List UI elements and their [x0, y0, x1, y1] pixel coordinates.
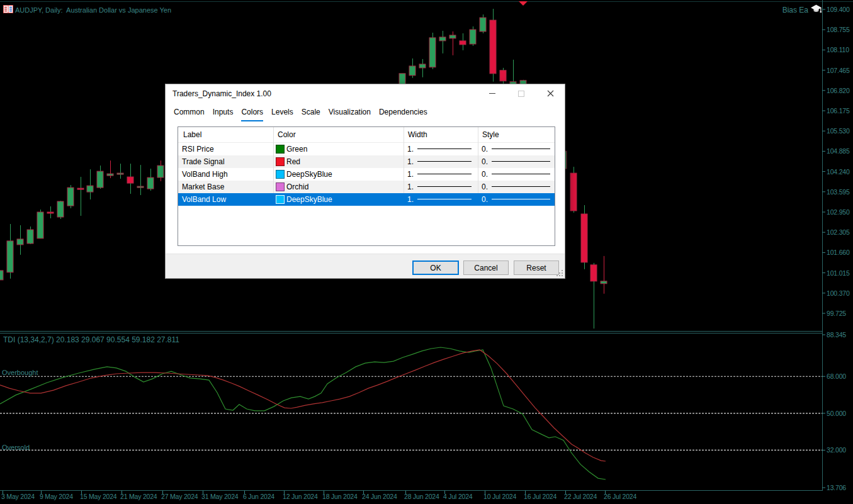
price-axis-label: 106.820 [827, 87, 850, 94]
tab-levels[interactable]: Levels [271, 105, 293, 121]
cancel-button[interactable]: Cancel [463, 260, 509, 275]
window-controls [478, 84, 565, 103]
style-value[interactable]: 0. [482, 170, 488, 179]
date-axis-label: 31 May 2024 [201, 493, 239, 500]
colors-table: LabelColorWidthStyleRSI PriceGreen1.0.Tr… [178, 126, 555, 246]
subwindow-separator[interactable] [0, 331, 822, 332]
column-header-label: Label [183, 130, 201, 139]
close-button[interactable] [536, 84, 565, 103]
overbought-label: Overbought [2, 369, 38, 376]
candle-body [77, 188, 84, 189]
minimize-icon [489, 93, 495, 94]
candle-body [87, 186, 93, 192]
width-line-sample [417, 174, 472, 174]
indicator-axis-label: 50.000 [827, 410, 846, 417]
candle-body [500, 70, 506, 81]
tdi-signal-line [0, 350, 606, 461]
tab-scale[interactable]: Scale [302, 105, 320, 121]
candle-body [97, 171, 103, 188]
ea-name-label: Bias Ea [782, 6, 808, 14]
candle-body [470, 30, 476, 44]
width-value[interactable]: 1. [407, 195, 414, 204]
tab-dependencies[interactable]: Dependencies [379, 105, 427, 121]
date-axis-label: 4 Jul 2024 [443, 493, 472, 500]
subwindow-separator[interactable] [0, 333, 822, 333]
width-value[interactable]: 1. [407, 182, 414, 191]
minimize-button[interactable] [478, 84, 507, 103]
tab-inputs[interactable]: Inputs [213, 105, 234, 121]
color-name: Orchid [286, 182, 308, 191]
width-value[interactable]: 1. [407, 145, 414, 154]
date-axis-label: 15 May 2024 [80, 493, 117, 500]
color-swatch[interactable] [276, 157, 285, 166]
tab-visualization[interactable]: Visualization [329, 105, 371, 121]
color-row-market-base[interactable]: Market BaseOrchid1.0. [178, 181, 555, 193]
price-axis-label: 108.755 [827, 26, 850, 33]
price-axis-label: 107.465 [827, 67, 850, 74]
indicator-axis-label: 88.345 [827, 331, 846, 339]
date-axis-label: 26 Jul 2024 [604, 493, 636, 500]
sell-signal-marker [519, 1, 528, 6]
style-value[interactable]: 0. [482, 145, 488, 154]
candle-body [137, 186, 144, 188]
color-swatch[interactable] [276, 145, 285, 154]
candle-body [47, 212, 54, 213]
row-label: VolBand High [182, 170, 228, 179]
date-axis-label: 6 Jun 2024 [243, 493, 274, 500]
indicator-axis-label: 68.000 [827, 372, 846, 380]
indicator-values-label: TDI (13,34,2,7) 20.183 29.067 90.554 59.… [3, 335, 179, 344]
style-value[interactable]: 0. [482, 195, 488, 204]
mt5-chart-window: 109.400108.755108.110107.465106.820106.1… [0, 0, 853, 504]
price-axis-label: 108.110 [827, 46, 849, 53]
chart-symbol-icon [3, 5, 13, 14]
price-axis-label: 104.240 [827, 168, 850, 176]
candle-body [419, 64, 426, 68]
color-row-trade-signal[interactable]: Trade SignalRed1.0. [178, 155, 555, 168]
candle-body [460, 41, 466, 45]
candle-body [147, 177, 154, 189]
color-name: Red [286, 157, 300, 166]
candle-body [7, 241, 13, 272]
candle-body [57, 201, 64, 217]
candle-body [127, 177, 133, 183]
maximize-button[interactable] [507, 84, 536, 103]
date-axis-label: 12 Jun 2024 [283, 493, 318, 500]
candle-body [67, 188, 74, 206]
style-line-sample [492, 161, 550, 162]
color-swatch[interactable] [276, 195, 285, 204]
resize-grip[interactable] [556, 270, 563, 277]
candle-body [601, 281, 607, 284]
oversold-label: Oversold [2, 444, 30, 451]
indicator-properties-dialog: Traders_Dynamic_Index 1.00 CommonInputsC… [165, 84, 565, 279]
width-value[interactable]: 1. [407, 157, 414, 166]
color-swatch[interactable] [276, 182, 285, 191]
candle-body [117, 173, 123, 174]
style-value[interactable]: 0. [482, 157, 488, 166]
color-name: DeepSkyBlue [286, 195, 332, 204]
width-value[interactable]: 1. [407, 170, 414, 179]
color-row-rsi-price[interactable]: RSI PriceGreen1.0. [178, 143, 555, 155]
ok-button[interactable]: OK [412, 260, 459, 275]
column-header-width: Width [408, 130, 427, 139]
date-axis-label: 9 May 2024 [40, 493, 73, 500]
reset-button[interactable]: Reset [514, 260, 559, 275]
color-name: Green [286, 145, 307, 154]
tab-common[interactable]: Common [174, 105, 205, 121]
price-axis-label: 102.305 [827, 228, 850, 236]
price-axis-line [822, 0, 823, 491]
color-row-volband-high[interactable]: VolBand HighDeepSkyBlue1.0. [178, 168, 555, 181]
candle-body [409, 66, 415, 76]
color-row-volband-low[interactable]: VolBand LowDeepSkyBlue1.0. [178, 193, 555, 206]
style-value[interactable]: 0. [482, 182, 488, 191]
price-axis-label: 104.885 [827, 147, 850, 155]
candle-body [107, 174, 113, 176]
tab-colors[interactable]: Colors [241, 105, 263, 121]
date-axis-label: 24 Jun 2024 [362, 493, 397, 500]
column-header-style: Style [482, 130, 499, 139]
color-swatch[interactable] [276, 170, 285, 179]
date-axis-label: 10 Jul 2024 [483, 493, 516, 500]
date-axis-label: 3 May 2024 [1, 493, 35, 500]
style-line-sample [492, 174, 550, 174]
price-axis-label: 102.950 [827, 208, 850, 216]
date-axis-label: 16 Jul 2024 [524, 493, 556, 500]
